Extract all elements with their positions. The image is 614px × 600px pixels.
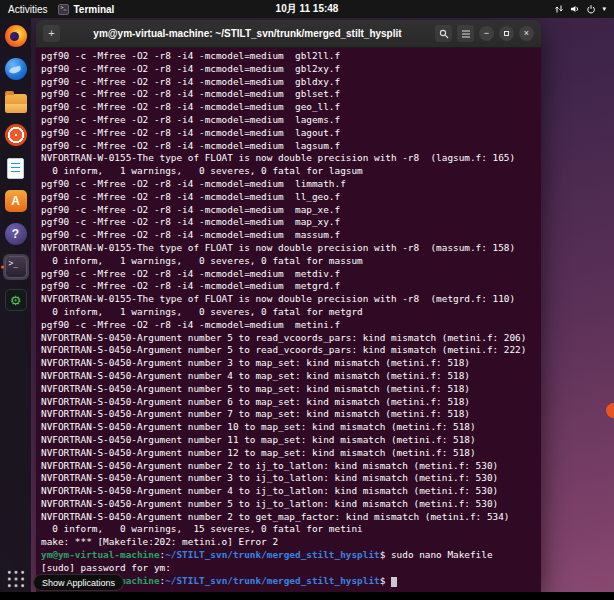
dock-item-ubuntu-software[interactable] [3, 188, 29, 214]
chevron-down-icon: ▾ [602, 5, 606, 13]
dock [0, 18, 31, 600]
search-button[interactable] [435, 25, 452, 42]
show-applications-tooltip: Show Applications [33, 574, 124, 591]
terminal-line: NVFORTRAN-S-0450-Argument number 12 to m… [41, 447, 541, 460]
terminal-line: pgf90 -c -Mfree -O2 -r8 -i4 -mcmodel=med… [41, 178, 541, 191]
terminal-line: pgf90 -c -Mfree -O2 -r8 -i4 -mcmodel=med… [41, 191, 541, 204]
terminal-line: 0 inform, 1 warnings, 0 severes, 0 fatal… [41, 255, 541, 268]
show-applications-grid-icon [6, 569, 26, 589]
terminal-line: NVFORTRAN-S-0450-Argument number 11 to m… [41, 434, 541, 447]
terminal-output[interactable]: pgf90 -c -Mfree -O2 -r8 -i4 -mcmodel=med… [36, 48, 541, 592]
new-tab-button[interactable]: + [43, 25, 60, 42]
dock-item-rhythmbox[interactable] [3, 122, 29, 148]
terminal-line: pgf90 -c -Mfree -O2 -r8 -i4 -mcmodel=med… [41, 114, 541, 127]
terminal-line: [sudo] password for ym: [41, 562, 541, 575]
terminal-line: pgf90 -c -Mfree -O2 -r8 -i4 -mcmodel=med… [41, 50, 541, 63]
hamburger-icon [461, 30, 471, 38]
rhythmbox-icon [5, 124, 27, 146]
files-icon [5, 94, 27, 113]
terminal-icon [5, 256, 27, 278]
terminal-line: pgf90 -c -Mfree -O2 -r8 -i4 -mcmodel=med… [41, 127, 541, 140]
green-tool-icon [5, 289, 27, 311]
thunderbird-icon [5, 58, 27, 80]
terminal-line: NVFORTRAN-S-0450-Argument number 10 to m… [41, 421, 541, 434]
terminal-line: NVFORTRAN-S-0450-Argument number 3 to ij… [41, 472, 541, 485]
activities-button[interactable]: Activities [8, 4, 47, 15]
terminal-line: NVFORTRAN-S-0450-Argument number 5 to ij… [41, 498, 541, 511]
terminal-line: pgf90 -c -Mfree -O2 -r8 -i4 -mcmodel=med… [41, 280, 541, 293]
terminal-line: ym@ym-virtual-machine:~/STILT_svn/trunk/… [41, 549, 541, 562]
terminal-line: pgf90 -c -Mfree -O2 -r8 -i4 -mcmodel=med… [41, 229, 541, 242]
terminal-line: NVFORTRAN-S-0450-Argument number 2 to ge… [41, 511, 541, 524]
search-icon [439, 29, 449, 39]
terminal-line: NVFORTRAN-S-0450-Argument number 5 to ma… [41, 383, 541, 396]
window-title: ym@ym-virtual-machine: ~/STILT_svn/trunk… [65, 28, 430, 39]
terminal-line: 0 inform, 1 warnings, 0 severes, 0 fatal… [41, 165, 541, 178]
terminal-line: NVFORTRAN-S-0450-Argument number 3 to ma… [41, 357, 541, 370]
dock-item-files[interactable] [3, 89, 29, 115]
ubuntu-software-icon [5, 190, 27, 212]
app-menu-label: Terminal [73, 4, 114, 15]
bottom-strip [0, 592, 614, 600]
terminal-line: NVFORTRAN-S-0450-Argument number 5 to re… [41, 332, 541, 345]
minimize-button[interactable]: − [479, 26, 494, 41]
terminal-line: pgf90 -c -Mfree -O2 -r8 -i4 -mcmodel=med… [41, 216, 541, 229]
dock-item-libreoffice-writer[interactable] [3, 155, 29, 181]
top-bar: Activities Terminal 10月 11 15:48 ▾ [0, 0, 614, 18]
desktop: { "top_bar": { "activities": "Activities… [0, 0, 614, 600]
terminal-line: NVFORTRAN-W-0155-The type of FLOAT is no… [41, 152, 541, 165]
dock-item-green-tool[interactable] [3, 287, 29, 313]
firefox-icon [5, 25, 27, 47]
terminal-line: NVFORTRAN-W-0155-The type of FLOAT is no… [41, 293, 541, 306]
volume-icon [570, 4, 580, 14]
terminal-line: NVFORTRAN-S-0450-Argument number 7 to ma… [41, 408, 541, 421]
help-icon [5, 223, 27, 245]
terminal-line: pgf90 -c -Mfree -O2 -r8 -i4 -mcmodel=med… [41, 76, 541, 89]
title-bar[interactable]: + ym@ym-virtual-machine: ~/STILT_svn/tru… [36, 20, 541, 48]
dock-item-thunderbird[interactable] [3, 56, 29, 82]
dock-item-terminal[interactable] [3, 254, 29, 280]
dock-item-firefox[interactable] [3, 23, 29, 49]
terminal-line: NVFORTRAN-S-0450-Argument number 2 to ij… [41, 460, 541, 473]
terminal-line: NVFORTRAN-S-0450-Argument number 6 to ma… [41, 396, 541, 409]
terminal-line: NVFORTRAN-S-0450-Argument number 4 to ma… [41, 370, 541, 383]
libreoffice-writer-icon [7, 158, 24, 179]
menu-button[interactable] [457, 25, 474, 42]
maximize-button[interactable] [499, 26, 514, 41]
terminal-line: 0 inform, 1 warnings, 0 severes, 0 fatal… [41, 306, 541, 319]
maximize-icon [504, 31, 509, 36]
terminal-line: pgf90 -c -Mfree -O2 -r8 -i4 -mcmodel=med… [41, 101, 541, 114]
terminal-line: pgf90 -c -Mfree -O2 -r8 -i4 -mcmodel=med… [41, 204, 541, 217]
terminal-window: + ym@ym-virtual-machine: ~/STILT_svn/tru… [36, 20, 541, 592]
notification-edge-dot [606, 403, 614, 418]
terminal-line: make: *** [Makefile:202: metini.o] Error… [41, 536, 541, 549]
terminal-line: NVFORTRAN-S-0450-Argument number 4 to ij… [41, 485, 541, 498]
terminal-line: NVFORTRAN-W-0155-The type of FLOAT is no… [41, 242, 541, 255]
close-button[interactable]: × [519, 26, 534, 41]
network-icon [554, 4, 564, 14]
terminal-line: pgf90 -c -Mfree -O2 -r8 -i4 -mcmodel=med… [41, 319, 541, 332]
terminal-line: 0 inform, 0 warnings, 15 severes, 0 fata… [41, 523, 541, 536]
power-icon [586, 4, 596, 14]
terminal-line: pgf90 -c -Mfree -O2 -r8 -i4 -mcmodel=med… [41, 268, 541, 281]
terminal-line: NVFORTRAN-S-0450-Argument number 5 to re… [41, 344, 541, 357]
system-tray[interactable]: ▾ [554, 4, 614, 14]
terminal-line: pgf90 -c -Mfree -O2 -r8 -i4 -mcmodel=med… [41, 63, 541, 76]
dock-items [3, 23, 29, 313]
dock-item-help[interactable] [3, 221, 29, 247]
app-menu[interactable]: Terminal [58, 4, 114, 15]
clock[interactable]: 10月 11 15:48 [276, 2, 339, 16]
terminal-line: pgf90 -c -Mfree -O2 -r8 -i4 -mcmodel=med… [41, 140, 541, 153]
show-applications-button[interactable] [3, 566, 29, 592]
terminal-app-icon [58, 4, 69, 15]
terminal-line: pgf90 -c -Mfree -O2 -r8 -i4 -mcmodel=med… [41, 88, 541, 101]
